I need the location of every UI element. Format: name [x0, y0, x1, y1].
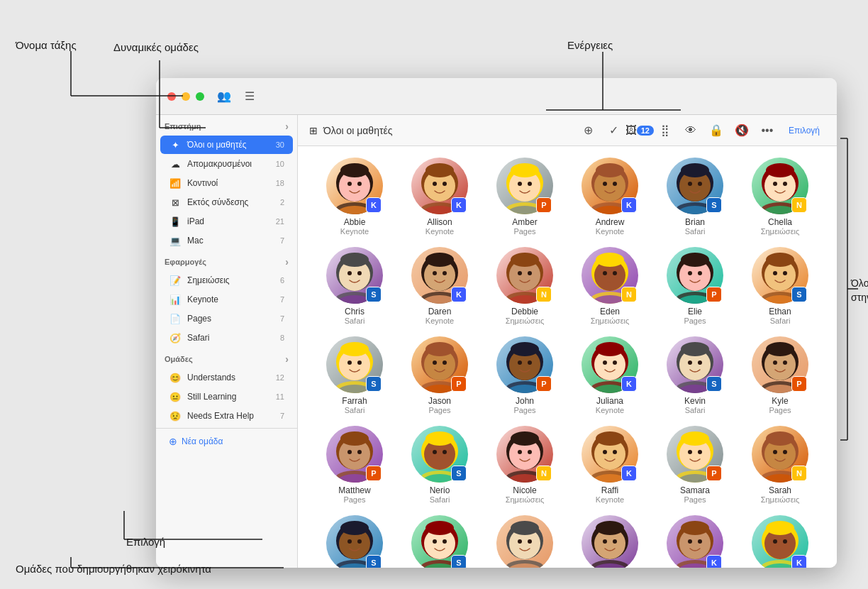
svg-point-95 — [425, 342, 454, 356]
people-icon[interactable]: 👥 — [216, 88, 233, 105]
student-card[interactable]: S Tammy Safari — [400, 515, 479, 568]
student-app: Safari — [685, 227, 706, 236]
student-card[interactable]: N Debbie Σημειώσεις — [485, 247, 564, 325]
layers-button[interactable]: ⊕ — [579, 121, 599, 141]
student-app: Σημειώσεις — [506, 316, 545, 325]
traffic-lights — [167, 92, 204, 101]
student-card[interactable]: P Matthew Pages — [315, 426, 394, 504]
app-badge-safari: S — [791, 287, 807, 302]
select-button[interactable]: Επιλογή — [783, 123, 825, 138]
student-card[interactable]: S Kevin Safari — [655, 336, 735, 414]
eye-button[interactable]: 👁 — [681, 121, 701, 141]
student-card[interactable]: N Eden Σημειώσεις — [570, 247, 650, 325]
sidebar-item-remote[interactable]: ☁ Απομακρυσμένοι 10 — [160, 155, 293, 173]
student-card[interactable]: S Nerio Safari — [400, 426, 479, 504]
student-app: Σημειώσεις — [761, 227, 800, 236]
student-card[interactable]: S Ethan Safari — [740, 247, 820, 325]
sidebar-item-pages[interactable]: 📄 Pages 7 — [160, 309, 293, 328]
student-card[interactable]: K Luna Keynote — [740, 515, 820, 568]
student-card[interactable]: P John Pages — [485, 336, 564, 414]
avatar-wrapper: P — [496, 336, 553, 393]
svg-point-4 — [340, 163, 369, 177]
student-name: Debbie — [511, 307, 538, 316]
student-card[interactable]: N Chella Σημειώσεις — [740, 158, 820, 236]
minimize-button[interactable] — [182, 92, 190, 101]
sidebar-count-all-students: 30 — [276, 141, 284, 149]
student-card[interactable]: P Amber Pages — [485, 158, 564, 236]
all-students-icon: ✦ — [169, 138, 182, 151]
more-button[interactable]: ••• — [757, 121, 777, 141]
sidebar-count-pages: 7 — [280, 314, 284, 323]
sidebar-item-safari[interactable]: 🧭 Safari 8 — [160, 329, 293, 347]
photo-button[interactable]: 🖼 12 — [630, 121, 650, 141]
maximize-button[interactable] — [196, 92, 204, 101]
svg-point-44 — [347, 271, 352, 275]
avatar-wrapper: K — [752, 515, 808, 568]
svg-point-157 — [698, 450, 702, 454]
grid-button[interactable]: ⣿ — [655, 121, 675, 141]
svg-point-24 — [613, 182, 617, 186]
lock-button[interactable]: 🔒 — [706, 121, 726, 141]
sidebar-item-ipad[interactable]: 📱 iPad 21 — [160, 212, 293, 231]
close-button[interactable] — [167, 92, 176, 101]
app-badge-pages: P — [451, 376, 467, 392]
svg-point-191 — [603, 539, 607, 544]
student-card[interactable]: S Chris Safari — [315, 247, 394, 325]
student-grid: K Abbie Keynote K Allison Keynote — [298, 146, 837, 568]
check-button[interactable]: ✓ — [604, 121, 624, 141]
svg-point-23 — [603, 182, 607, 186]
ipad-icon: 📱 — [169, 215, 182, 228]
student-card[interactable]: K Daren Keynote — [400, 247, 479, 325]
student-card[interactable]: P Elie Pages — [655, 247, 735, 325]
student-app: Safari — [770, 316, 791, 325]
avatar-wrapper: S — [326, 336, 383, 393]
svg-point-130 — [340, 431, 369, 446]
student-card[interactable]: P Samara Pages — [655, 426, 735, 504]
sidebar-item-still-learning[interactable]: 😐 Still Learning 11 — [160, 387, 293, 406]
titlebar: 👥 ☰ — [156, 78, 837, 115]
student-card[interactable]: K Raffi Keynote — [570, 426, 650, 504]
student-card[interactable]: S Sue Safari — [315, 515, 394, 568]
student-card[interactable]: N Nicole Σημειώσεις — [485, 426, 564, 504]
sidebar-item-all-students[interactable]: ✦ Όλοι οι μαθητές 30 — [160, 136, 293, 154]
sidebar-item-mac[interactable]: 💻 Mac 7 — [160, 231, 293, 250]
student-card[interactable]: K Juliana Keynote — [570, 336, 650, 414]
sidebar-count-notes: 6 — [280, 276, 284, 285]
sidebar-section-efarmogues: Εφαρμογές› — [156, 251, 297, 270]
student-app: Pages — [428, 406, 450, 414]
annotation-actions: Ενέργειες — [567, 39, 613, 51]
student-card[interactable]: K Allison Keynote — [400, 158, 479, 236]
student-card[interactable]: K Abbie Keynote — [315, 158, 394, 236]
svg-point-59 — [528, 271, 532, 275]
student-card[interactable]: K Andrew Keynote — [570, 158, 650, 236]
offline-icon: ⊠ — [169, 196, 182, 209]
student-card[interactable]: Vera Εκτός σύνδεσης — [485, 515, 564, 568]
mute-button[interactable]: 🔇 — [732, 121, 752, 141]
student-card[interactable]: N Sarah Σημειώσεις — [740, 426, 820, 504]
sidebar-label-remote: Απομακρυσμένοι — [187, 159, 276, 169]
sidebar-item-understands[interactable]: 😊 Understands 12 — [160, 368, 293, 387]
safari-icon: 🧭 — [169, 331, 182, 344]
student-name: Andrew — [596, 217, 625, 227]
list-icon[interactable]: ☰ — [241, 88, 258, 105]
student-card[interactable]: K Zoe Keynote — [655, 515, 735, 568]
sidebar-item-offline[interactable]: ⊠ Εκτός σύνδεσης 2 — [160, 193, 293, 211]
student-card[interactable]: P Jason Pages — [400, 336, 479, 414]
sidebar-item-notes[interactable]: 📝 Σημειώσεις 6 — [160, 271, 293, 290]
sidebar-item-keynote[interactable]: 📊 Keynote 7 — [160, 290, 293, 309]
student-card[interactable]: S Brian Safari — [655, 158, 735, 236]
app-badge-keynote: K — [366, 197, 382, 213]
svg-point-198 — [688, 539, 692, 544]
app-badge-safari: S — [706, 197, 722, 213]
sidebar-item-needs-help[interactable]: 😟 Needs Extra Help 7 — [160, 407, 293, 425]
svg-point-30 — [688, 182, 692, 186]
avatar-wrapper: P — [752, 336, 808, 393]
all-students-icon: ⊞ — [309, 125, 318, 136]
app-badge-keynote: K — [621, 376, 637, 392]
svg-point-136 — [443, 450, 447, 454]
student-card[interactable]: P Kyle Pages — [740, 336, 820, 414]
new-group-button[interactable]: ⊕Νέα ομάδα — [160, 431, 293, 451]
student-card[interactable]: S Farrah Safari — [315, 336, 394, 414]
student-card[interactable]: Victoria Εκτός σύνδεσης — [570, 515, 650, 568]
sidebar-item-nearby[interactable]: 📶 Κοντινοί 18 — [160, 174, 293, 192]
